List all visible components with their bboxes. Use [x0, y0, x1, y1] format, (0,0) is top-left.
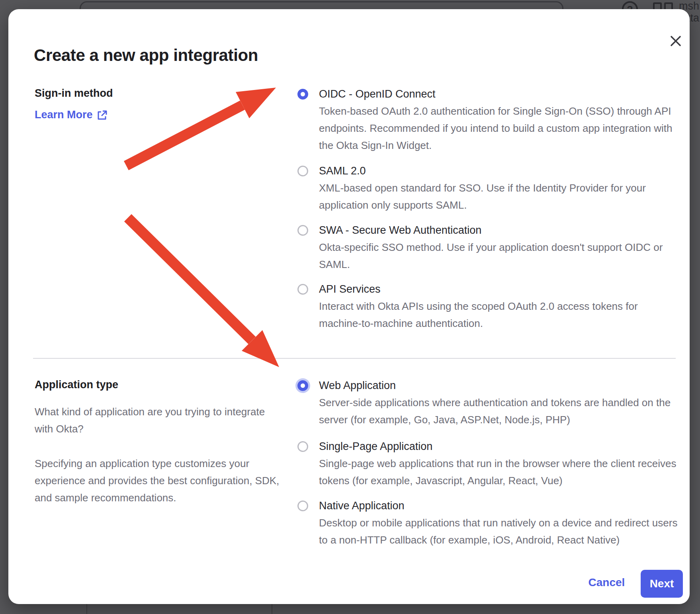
radio-icon[interactable]: [297, 166, 308, 176]
option-label: SAML 2.0: [319, 162, 683, 180]
radio-icon[interactable]: [297, 284, 308, 295]
option-description: Single-page web applications that run in…: [319, 455, 683, 489]
radio-selected-icon[interactable]: [297, 380, 308, 391]
option-description: Desktop or mobile applications that run …: [319, 514, 683, 549]
learn-more-link[interactable]: Learn More: [35, 109, 107, 121]
option-description: Okta-specific SSO method. Use if your ap…: [319, 239, 683, 273]
close-button[interactable]: [666, 31, 685, 51]
radio-icon[interactable]: [297, 225, 308, 236]
option-description: Server-side applications where authentic…: [319, 394, 683, 428]
background-divider: [86, 603, 87, 614]
radio-icon[interactable]: [297, 441, 308, 452]
option-description: XML-based open standard for SSO. Use if …: [319, 180, 683, 214]
radio-option-native-application[interactable]: Native Application Desktop or mobile app…: [297, 497, 683, 549]
radio-option-single-page-application[interactable]: Single-Page Application Single-page web …: [297, 438, 683, 489]
dialog-title: Create a new app integration: [34, 46, 258, 65]
radio-option-web-application[interactable]: Web Application Server-side applications…: [297, 377, 683, 428]
option-label: Single-Page Application: [319, 438, 683, 455]
external-link-icon: [97, 110, 107, 120]
option-description: Interact with Okta APIs using the scoped…: [319, 298, 683, 332]
option-label: OIDC - OpenID Connect: [319, 86, 683, 103]
radio-option-saml[interactable]: SAML 2.0 XML-based open standard for SSO…: [297, 162, 683, 214]
application-type-detail: Specifying an application type customize…: [35, 455, 285, 506]
option-label: Native Application: [319, 497, 683, 514]
radio-selected-icon[interactable]: [297, 89, 308, 100]
option-label: SWA - Secure Web Authentication: [319, 222, 683, 239]
next-button[interactable]: Next: [641, 570, 683, 598]
radio-icon[interactable]: [297, 501, 308, 511]
close-icon: [669, 34, 682, 48]
radio-option-api-services[interactable]: API Services Interact with Okta APIs usi…: [297, 281, 683, 332]
signin-method-heading: Sign-in method: [35, 85, 113, 102]
application-type-heading: Application type: [35, 376, 118, 393]
learn-more-label: Learn More: [35, 109, 93, 121]
option-description: Token-based OAuth 2.0 authentication for…: [319, 103, 683, 154]
section-divider: [33, 358, 676, 359]
application-type-question: What kind of application are you trying …: [35, 403, 285, 438]
option-label: Web Application: [319, 377, 683, 394]
radio-option-oidc[interactable]: OIDC - OpenID Connect Token-based OAuth …: [297, 86, 683, 154]
radio-option-swa[interactable]: SWA - Secure Web Authentication Okta-spe…: [297, 222, 683, 273]
option-label: API Services: [319, 281, 683, 298]
create-app-integration-dialog: Create a new app integration Sign-in met…: [8, 9, 690, 604]
cancel-button[interactable]: Cancel: [582, 576, 632, 589]
background-divider: [272, 603, 272, 614]
